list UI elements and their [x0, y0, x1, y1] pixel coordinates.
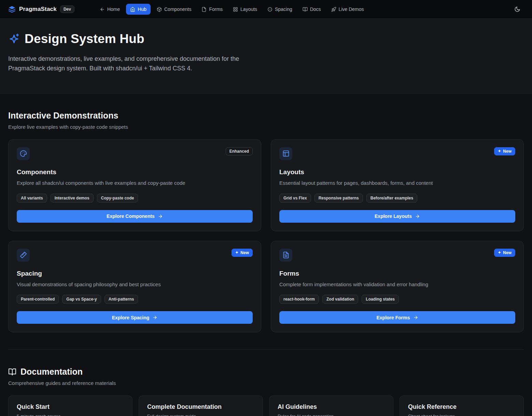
tag: All variants — [17, 194, 47, 203]
env-badge: Dev — [60, 5, 74, 13]
docs-section-title: Documentation — [8, 367, 524, 377]
doc-card-complete-documentation[interactable]: Complete Documentation Full design syste… — [139, 396, 263, 416]
doc-card-description: Cheat sheet for lookups — [408, 414, 515, 416]
doc-card-ai-guidelines[interactable]: AI Guidelines Rules for AI code generati… — [269, 396, 393, 416]
new-badge: ✦New — [494, 249, 515, 257]
sparkle-icon: ✦ — [235, 251, 238, 254]
brand-name: PragmaStack — [19, 6, 57, 13]
nav-label: Home — [107, 6, 120, 12]
card-description: Essential layout patterns for pages, das… — [279, 179, 515, 187]
tag: Parent-controlled — [17, 295, 59, 304]
card-description: Complete form implementations with valid… — [279, 281, 515, 288]
explore-forms-button[interactable]: Explore Forms — [279, 311, 515, 324]
tag-list: Grid vs Flex Responsive patterns Before/… — [279, 194, 515, 203]
sparkle-icon: ✦ — [498, 251, 501, 254]
demos-section-subtitle: Explore live examples with copy-paste co… — [8, 124, 524, 130]
nav-item-components[interactable]: Components — [153, 4, 195, 15]
page-title: Design System Hub — [25, 32, 144, 46]
nav-item-spacing[interactable]: Spacing — [263, 4, 296, 15]
doc-card-description: 5-minute crash course — [17, 414, 124, 416]
nav-item-docs[interactable]: Docs — [298, 4, 325, 15]
top-navbar: PragmaStack Dev Home Hub Components Form… — [0, 0, 532, 19]
page-description: Interactive demonstrations, live example… — [8, 54, 261, 73]
tag-list: Parent-controlled Gap vs Space-y Anti-pa… — [17, 295, 253, 304]
nav-label: Spacing — [275, 6, 292, 12]
sparkles-icon — [8, 33, 20, 45]
nav-label: Hub — [138, 6, 146, 12]
nav-item-layouts[interactable]: Layouts — [229, 4, 261, 15]
palette-icon — [17, 147, 30, 160]
doc-card-title: Complete Documentation — [147, 403, 254, 411]
nav-item-live-demos[interactable]: Live Demos — [327, 4, 368, 15]
arrow-right-icon — [415, 214, 420, 219]
arrow-right-icon — [152, 315, 157, 320]
doc-card-description: Rules for AI code generation — [278, 414, 385, 416]
demo-card-components: Enhanced Components Explore all shadcn/u… — [8, 139, 261, 231]
nav-label: Components — [164, 6, 191, 12]
nav-item-hub[interactable]: Hub — [126, 4, 151, 15]
doc-card-title: Quick Start — [17, 403, 124, 411]
docs-section-subtitle: Comprehensive guides and reference mater… — [8, 380, 524, 386]
sparkle-icon: ✦ — [498, 149, 501, 153]
nav-item-forms[interactable]: Forms — [197, 4, 227, 15]
tag-list: All variants Interactive demos Copy-past… — [17, 194, 253, 203]
theme-toggle-button[interactable] — [511, 3, 524, 16]
file-icon — [201, 7, 207, 12]
arrow-left-icon — [100, 7, 105, 12]
card-title: Forms — [279, 270, 515, 277]
nav-label: Live Demos — [339, 6, 364, 12]
demo-card-grid: Enhanced Components Explore all shadcn/u… — [8, 139, 524, 333]
doc-card-title: Quick Reference — [408, 403, 515, 411]
arrow-right-icon — [413, 315, 418, 320]
doc-card-title: AI Guidelines — [278, 403, 385, 411]
brand[interactable]: PragmaStack Dev — [8, 5, 74, 13]
tag: react-hook-form — [279, 295, 319, 304]
button-label: Explore Forms — [376, 315, 410, 320]
explore-components-button[interactable]: Explore Components — [17, 210, 253, 223]
tag: Loading states — [362, 295, 399, 304]
card-title: Components — [17, 168, 253, 176]
docs-card-grid: Quick Start 5-minute crash course Comple… — [8, 396, 524, 416]
explore-layouts-button[interactable]: Explore Layouts — [279, 210, 515, 223]
enhanced-badge: Enhanced — [226, 147, 253, 155]
book-open-icon — [8, 368, 16, 376]
main-nav: Home Hub Components Forms Layouts Spacin… — [96, 4, 501, 15]
demo-card-spacing: ✦New Spacing Visual demonstrations of sp… — [8, 241, 261, 333]
doc-card-description: Full design system guide — [147, 414, 254, 416]
button-label: Explore Layouts — [375, 213, 412, 219]
button-label: Explore Spacing — [112, 315, 150, 320]
tag: Grid vs Flex — [279, 194, 311, 203]
ruler-icon — [17, 249, 30, 262]
button-label: Explore Components — [107, 213, 155, 219]
moon-icon — [514, 6, 520, 12]
file-text-icon — [279, 249, 292, 262]
hero-section: Design System Hub Interactive demonstrat… — [0, 19, 532, 94]
doc-card-quick-start[interactable]: Quick Start 5-minute crash course — [8, 396, 132, 416]
home-icon — [130, 7, 135, 12]
nav-item-home[interactable]: Home — [96, 4, 124, 15]
demo-card-layouts: ✦New Layouts Essential layout patterns f… — [271, 139, 524, 231]
card-description: Visual demonstrations of spacing philoso… — [17, 281, 253, 288]
doc-card-quick-reference[interactable]: Quick Reference Cheat sheet for lookups — [400, 396, 524, 416]
card-title: Spacing — [17, 270, 253, 277]
tag: Zod validation — [322, 295, 358, 304]
nav-label: Forms — [209, 6, 223, 12]
circle-icon — [267, 7, 272, 12]
card-title: Layouts — [279, 168, 515, 176]
arrow-right-icon — [158, 214, 163, 219]
nav-label: Docs — [310, 6, 321, 12]
tag: Copy-paste code — [97, 194, 138, 203]
new-badge: ✦New — [232, 249, 253, 257]
explore-spacing-button[interactable]: Explore Spacing — [17, 311, 253, 324]
tag: Gap vs Space-y — [62, 295, 101, 304]
layout-panel-icon — [279, 147, 292, 160]
layout-grid-icon — [233, 7, 238, 12]
tag: Interactive demos — [51, 194, 94, 203]
section-divider — [8, 349, 524, 350]
card-description: Explore all shadcn/ui components with li… — [17, 179, 253, 187]
rocket-icon — [331, 7, 336, 12]
book-open-icon — [303, 7, 308, 12]
tag: Anti-patterns — [104, 295, 138, 304]
layers-logo-icon — [8, 5, 16, 13]
tag-list: react-hook-form Zod validation Loading s… — [279, 295, 515, 304]
